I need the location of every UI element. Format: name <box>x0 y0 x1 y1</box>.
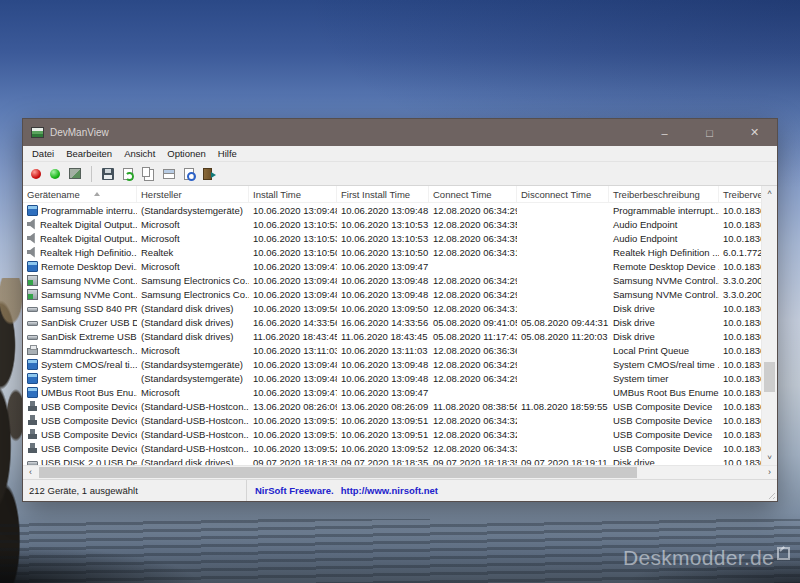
table-row[interactable]: SanDisk Cruzer USB D...(Standard disk dr… <box>23 315 761 329</box>
device-name: Realtek Digital Output... <box>40 219 137 230</box>
table-row[interactable]: System timer(Standardsystemgeräte)10.06.… <box>23 371 761 385</box>
table-row[interactable]: USB Composite Device(Standard-USB-Hostco… <box>23 399 761 413</box>
device-name: Samsung SSD 840 PR... <box>41 303 137 314</box>
save-icon[interactable] <box>102 168 114 180</box>
cell-name: USB DISK 2.0 USB Devi... <box>23 457 137 466</box>
column-header-install[interactable]: Install Time <box>249 186 337 202</box>
scroll-right-icon[interactable]: › <box>762 466 777 479</box>
cell-name: USB Composite Device <box>23 429 137 440</box>
table-row[interactable]: Realtek High Definitio...Realtek10.06.20… <box>23 245 761 259</box>
table-row[interactable]: USB Composite Device(Standard-USB-Hostco… <box>23 413 761 427</box>
maximize-button[interactable]: □ <box>687 119 732 146</box>
table-row[interactable]: SanDisk Extreme USB ...(Standard disk dr… <box>23 329 761 343</box>
refresh-icon[interactable] <box>123 168 133 180</box>
table-row[interactable]: System CMOS/real ti...(Standardsystemger… <box>23 357 761 371</box>
system-device-icon <box>27 387 38 398</box>
cell-connect: 12.08.2020 06:34:31 <box>429 303 517 314</box>
nirsoft-label: NirSoft Freeware. <box>255 485 334 496</box>
menu-item-ansicht[interactable]: Ansicht <box>118 148 161 159</box>
copy-icon[interactable] <box>142 167 150 177</box>
toolbar <box>23 161 777 186</box>
cell-ver: 10.0.18362... <box>719 373 761 384</box>
column-header-connect[interactable]: Connect Time <box>429 186 517 202</box>
cell-ver: 3.3.0.2003 <box>719 275 761 286</box>
table-row[interactable]: Stammdruckwartesch...Microsoft10.06.2020… <box>23 343 761 357</box>
cell-desc: UMBus Root Bus Enume... <box>609 387 719 398</box>
menu-item-datei[interactable]: Datei <box>26 148 60 159</box>
device-name: System CMOS/real ti... <box>41 359 137 370</box>
speaker-device-icon <box>27 219 37 230</box>
table-row[interactable]: USB DISK 2.0 USB Devi...(Standard disk d… <box>23 455 761 465</box>
cell-install: 10.06.2020 13:10:53 <box>249 233 337 244</box>
usb-device-icon <box>27 443 38 454</box>
enable-device-icon[interactable] <box>50 169 60 179</box>
close-button[interactable]: ✕ <box>732 119 777 146</box>
column-header-first[interactable]: First Install Time <box>337 186 429 202</box>
device-name: USB Composite Device <box>41 401 137 412</box>
window-controls: – □ ✕ <box>642 119 777 146</box>
usb-device-icon <box>27 429 38 440</box>
menu-item-hilfe[interactable]: Hilfe <box>212 148 243 159</box>
horizontal-scrollbar[interactable]: ‹ › <box>23 465 777 479</box>
cell-first: 10.06.2020 13:10:53 <box>337 219 429 230</box>
column-header-mfr[interactable]: Hersteller <box>137 186 249 202</box>
cell-name: USB Composite Device <box>23 401 137 412</box>
cell-ver: 3.3.0.2003 <box>719 289 761 300</box>
cell-mfr: Realtek <box>137 247 249 258</box>
uninstall-device-icon[interactable] <box>69 168 81 179</box>
cell-disconnect: 09.07.2020 18:19:11 <box>517 457 609 466</box>
usb-device-icon <box>27 401 38 412</box>
disable-device-icon[interactable] <box>31 169 41 179</box>
cell-first: 10.06.2020 13:11:03 <box>337 345 429 356</box>
device-name: Samsung NVMe Cont... <box>41 275 137 286</box>
cell-mfr: (Standardsystemgeräte) <box>137 205 249 216</box>
column-header-disconnect[interactable]: Disconnect Time <box>517 186 609 202</box>
cell-mfr: (Standard disk drives) <box>137 457 249 466</box>
status-bar: 212 Geräte, 1 ausgewählt NirSoft Freewar… <box>23 479 777 501</box>
cell-desc: Local Print Queue <box>609 345 719 356</box>
scroll-down-icon[interactable]: ˅ <box>762 451 777 465</box>
cell-connect: 12.08.2020 06:34:29 <box>429 359 517 370</box>
nirsoft-url[interactable]: http://www.nirsoft.net <box>341 485 438 496</box>
cell-first: 10.06.2020 13:09:48 <box>337 373 429 384</box>
cell-mfr: Microsoft <box>137 233 249 244</box>
table-row[interactable]: Samsung NVMe Cont...Samsung Electronics … <box>23 273 761 287</box>
table-row[interactable]: USB Composite Device(Standard-USB-Hostco… <box>23 441 761 455</box>
cell-mfr: (Standard-USB-Hostcon... <box>137 401 249 412</box>
scroll-left-icon[interactable]: ‹ <box>23 466 38 479</box>
cell-name: SanDisk Cruzer USB D... <box>23 317 137 328</box>
find-icon[interactable] <box>184 168 194 180</box>
cell-install: 10.06.2020 13:09:51 <box>249 429 337 440</box>
table-row[interactable]: Realtek Digital Output...Microsoft10.06.… <box>23 231 761 245</box>
controller-device-icon <box>27 275 38 286</box>
menu-item-optionen[interactable]: Optionen <box>161 148 212 159</box>
horizontal-scroll-thumb[interactable] <box>39 467 637 478</box>
table-row[interactable]: Remote Desktop Devi...Microsoft10.06.202… <box>23 259 761 273</box>
column-header-ver[interactable]: Treiberversi <box>719 186 761 202</box>
device-name: Stammdruckwartesch... <box>41 345 137 356</box>
table-main: GerätenameHerstellerInstall TimeFirst In… <box>23 186 761 465</box>
vertical-scroll-thumb[interactable] <box>764 362 775 392</box>
table-row[interactable]: Samsung SSD 840 PR...(Standard disk driv… <box>23 301 761 315</box>
table-row[interactable]: Programmable interru...(Standardsystemge… <box>23 203 761 217</box>
cell-install: 10.06.2020 13:09:50 <box>249 303 337 314</box>
cell-ver: 10.0.18362... <box>719 345 761 356</box>
system-device-icon <box>27 205 38 216</box>
watermark: Deskmodder.de <box>623 546 790 570</box>
table-row[interactable]: Realtek Digital Output...Microsoft10.06.… <box>23 217 761 231</box>
menu-item-bearbeiten[interactable]: Bearbeiten <box>60 148 118 159</box>
table-row[interactable]: Samsung NVMe Cont...Samsung Electronics … <box>23 287 761 301</box>
scroll-up-icon[interactable]: ˄ <box>762 186 777 200</box>
vertical-scrollbar[interactable]: ˄ ˅ <box>761 186 777 465</box>
exit-icon[interactable] <box>203 168 212 180</box>
column-header-name[interactable]: Gerätename <box>23 186 137 202</box>
table-row[interactable]: UMBus Root Bus Enu...Microsoft10.06.2020… <box>23 385 761 399</box>
minimize-button[interactable]: – <box>642 119 687 146</box>
cell-ver: 10.0.18362... <box>719 401 761 412</box>
resize-grip[interactable] <box>766 490 775 499</box>
column-header-desc[interactable]: Treiberbeschreibung <box>609 186 719 202</box>
cell-install: 10.06.2020 13:10:53 <box>249 219 337 230</box>
properties-icon[interactable] <box>163 169 175 179</box>
table-row[interactable]: USB Composite Device(Standard-USB-Hostco… <box>23 427 761 441</box>
cell-install: 10.06.2020 13:09:51 <box>249 415 337 426</box>
